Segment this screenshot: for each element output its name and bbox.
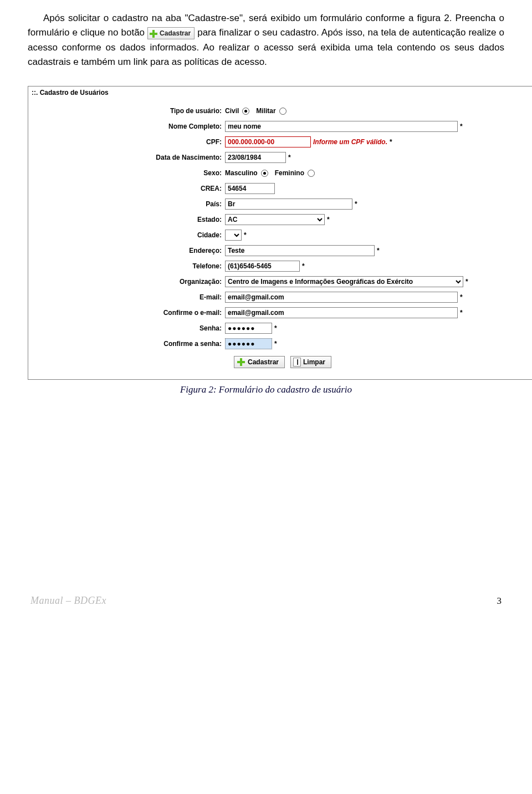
registration-form-screenshot: ::. Cadastro de Usuários Tipo de usuário… — [28, 86, 532, 380]
figure-caption: Figura 2: Formulário do cadastro de usuá… — [28, 384, 504, 395]
inline-cadastrar-button: Cadastrar — [147, 27, 195, 39]
label-nasc: Data de Nascimento: — [28, 154, 225, 161]
instruction-paragraph: Após solicitar o cadastro na aba "Cadast… — [28, 11, 504, 69]
radio-fem[interactable] — [308, 170, 315, 177]
label-senha: Senha: — [28, 324, 225, 332]
limpar-button[interactable]: Limpar — [290, 356, 331, 368]
opt-masc: Masculino — [225, 169, 258, 177]
input-email-confirm[interactable] — [225, 307, 458, 318]
limpar-label: Limpar — [303, 358, 325, 366]
inline-btn-label: Cadastrar — [160, 29, 191, 37]
opt-fem: Feminino — [275, 169, 304, 177]
input-pais[interactable] — [225, 198, 352, 210]
req-star: * — [460, 293, 463, 301]
plus-icon — [149, 29, 158, 38]
label-estado: Estado: — [28, 216, 225, 223]
req-star: * — [274, 340, 277, 348]
label-senha2: Confirme a senha: — [28, 340, 225, 348]
label-endereco: Endereço: — [28, 247, 225, 255]
radio-civil[interactable] — [242, 108, 249, 115]
cpf-error: Informe um CPF válido. — [313, 138, 387, 146]
input-email[interactable] — [225, 292, 458, 303]
input-senha-confirm[interactable]: ●●●●●● — [225, 338, 272, 349]
input-nasc[interactable] — [225, 152, 286, 163]
input-telefone[interactable] — [225, 261, 300, 272]
opt-civil: Civil — [225, 107, 239, 115]
label-email2: Confirme o e-mail: — [28, 309, 225, 317]
label-telefone: Telefone: — [28, 262, 225, 270]
req-star: * — [355, 200, 357, 208]
footer-manual: Manual – BDGEx — [30, 595, 106, 607]
select-org[interactable]: Centro de Imagens e Informações Geográfi… — [225, 276, 463, 287]
req-star: * — [288, 154, 291, 161]
clear-icon — [293, 358, 301, 367]
label-sexo: Sexo: — [28, 169, 225, 177]
label-cpf: CPF: — [28, 138, 225, 146]
req-star: * — [466, 278, 468, 286]
label-tipo: Tipo de usuário: — [28, 107, 225, 115]
req-star: * — [460, 309, 463, 317]
req-star: * — [390, 138, 392, 146]
req-star: * — [327, 216, 330, 223]
input-endereco[interactable] — [225, 245, 375, 256]
input-cpf[interactable] — [225, 136, 311, 147]
input-crea[interactable] — [225, 183, 275, 194]
req-star: * — [302, 262, 305, 270]
panel-title: ::. Cadastro de Usuários — [28, 86, 532, 102]
label-nome: Nome Completo: — [28, 123, 225, 130]
req-star: * — [460, 123, 463, 130]
req-star: * — [244, 231, 247, 239]
cadastrar-button[interactable]: Cadastrar — [234, 356, 285, 368]
footer-page: 3 — [497, 596, 502, 607]
req-star: * — [274, 324, 277, 332]
plus-icon — [237, 358, 245, 367]
cadastrar-label: Cadastrar — [248, 358, 279, 366]
label-cidade: Cidade: — [28, 231, 225, 239]
input-senha[interactable]: ●●●●●● — [225, 323, 272, 334]
label-email: E-mail: — [28, 293, 225, 301]
req-star: * — [377, 247, 380, 255]
label-crea: CREA: — [28, 185, 225, 192]
opt-militar: Militar — [256, 107, 275, 115]
radio-militar[interactable] — [279, 108, 287, 115]
label-org: Organização: — [28, 278, 225, 286]
input-nome[interactable] — [225, 121, 458, 132]
radio-masc[interactable] — [261, 170, 268, 177]
label-pais: País: — [28, 200, 225, 208]
select-cidade[interactable] — [225, 230, 242, 241]
select-estado[interactable]: AC — [225, 214, 325, 225]
